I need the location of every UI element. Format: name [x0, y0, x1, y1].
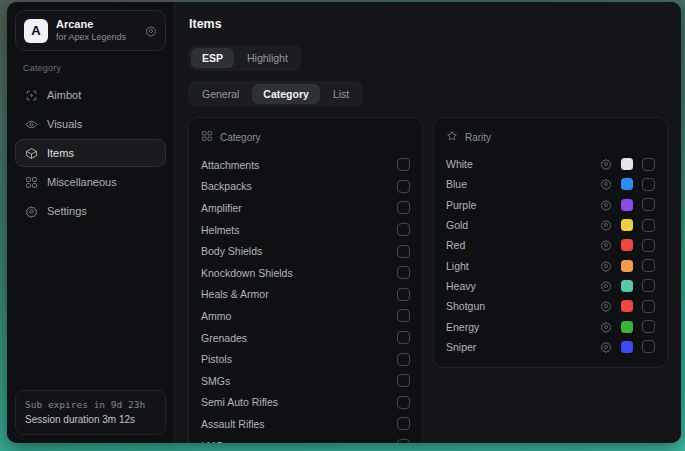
sidebar-item-aimbot[interactable]: Aimbot	[15, 81, 166, 109]
sidebar: A Arcane for Apex Legends Category Aimbo…	[7, 2, 175, 443]
tab-category[interactable]: Category	[252, 84, 320, 104]
category-row-label: Body Shields	[201, 245, 397, 257]
rarity-panel: Rarity WhiteBluePurpleGoldRedLightHeavyS…	[433, 117, 668, 368]
category-grid-icon	[201, 130, 213, 144]
category-row-label: Grenades	[201, 332, 397, 344]
rarity-checkbox[interactable]	[642, 239, 655, 252]
rarity-checkbox[interactable]	[642, 178, 655, 191]
category-checkbox[interactable]	[397, 331, 410, 344]
rarity-gear-icon[interactable]	[600, 219, 612, 231]
category-checkbox[interactable]	[397, 201, 410, 214]
tab-general[interactable]: General	[191, 84, 250, 104]
rarity-checkbox[interactable]	[642, 198, 655, 211]
gear-icon	[24, 204, 38, 218]
category-checkbox[interactable]	[397, 266, 410, 279]
category-checkbox[interactable]	[397, 374, 410, 387]
category-checkbox[interactable]	[397, 223, 410, 236]
app-window: A Arcane for Apex Legends Category Aimbo…	[7, 2, 681, 443]
sidebar-item-items[interactable]: Items	[15, 139, 166, 167]
rarity-row-label: Energy	[446, 321, 600, 333]
rarity-list: WhiteBluePurpleGoldRedLightHeavyShotgunE…	[446, 154, 655, 357]
rarity-checkbox[interactable]	[642, 219, 655, 232]
rarity-color-swatch[interactable]	[621, 219, 633, 231]
rarity-color-swatch[interactable]	[621, 280, 633, 292]
category-checkbox[interactable]	[397, 439, 410, 443]
category-checkbox[interactable]	[397, 180, 410, 193]
category-row: SMGs	[201, 370, 410, 392]
category-row: Attachments	[201, 154, 410, 176]
rarity-gear-icon[interactable]	[600, 341, 612, 353]
rarity-checkbox[interactable]	[642, 158, 655, 171]
rarity-gear-icon[interactable]	[600, 178, 612, 190]
category-row: Semi Auto Rifles	[201, 392, 410, 414]
rarity-gear-icon[interactable]	[600, 300, 612, 312]
category-checkbox[interactable]	[397, 158, 410, 171]
tab-highlight[interactable]: Highlight	[236, 48, 299, 68]
category-row: Amplifier	[201, 197, 410, 219]
rarity-color-swatch[interactable]	[621, 300, 633, 312]
category-row-label: Assault Rifles	[201, 418, 397, 430]
category-panel-header: Category	[201, 130, 410, 144]
sidebar-item-label: Settings	[47, 205, 87, 217]
rarity-gear-icon[interactable]	[600, 321, 612, 333]
brand-settings-icon[interactable]	[145, 25, 157, 37]
category-row-label: Semi Auto Rifles	[201, 396, 397, 408]
rarity-row-label: White	[446, 158, 600, 170]
rarity-color-swatch[interactable]	[621, 178, 633, 190]
sidebar-item-miscellaneous[interactable]: Miscellaneous	[15, 168, 166, 196]
rarity-row: Light	[446, 255, 655, 275]
category-row: Helmets	[201, 219, 410, 241]
rarity-row-label: Sniper	[446, 341, 600, 353]
app-logo: A	[24, 19, 48, 43]
star-icon	[446, 130, 458, 144]
category-row-label: Attachments	[201, 159, 397, 171]
category-row: Assault Rifles	[201, 413, 410, 435]
rarity-color-swatch[interactable]	[621, 341, 633, 353]
rarity-checkbox[interactable]	[642, 259, 655, 272]
category-list: AttachmentsBackpacksAmplifierHelmetsBody…	[201, 154, 410, 443]
main-content: Items ESPHighlight GeneralCategoryList C…	[175, 2, 681, 443]
rarity-gear-icon[interactable]	[600, 280, 612, 292]
category-checkbox[interactable]	[397, 288, 410, 301]
rarity-gear-icon[interactable]	[600, 158, 612, 170]
sidebar-item-label: Visuals	[47, 118, 82, 130]
rarity-color-swatch[interactable]	[621, 199, 633, 211]
rarity-checkbox[interactable]	[642, 279, 655, 292]
category-checkbox[interactable]	[397, 245, 410, 258]
mode-tabs: ESPHighlight	[188, 45, 302, 71]
rarity-row: Red	[446, 235, 655, 255]
rarity-color-swatch[interactable]	[621, 158, 633, 170]
rarity-row-label: Light	[446, 260, 600, 272]
rarity-color-swatch[interactable]	[621, 321, 633, 333]
category-row: Heals & Armor	[201, 284, 410, 306]
rarity-color-swatch[interactable]	[621, 239, 633, 251]
category-checkbox[interactable]	[397, 353, 410, 366]
sidebar-item-settings[interactable]: Settings	[15, 197, 166, 225]
category-row-label: Knockdown Shields	[201, 267, 397, 279]
category-checkbox[interactable]	[397, 417, 410, 430]
category-checkbox[interactable]	[397, 309, 410, 322]
category-row-label: Pistols	[201, 353, 397, 365]
sidebar-item-label: Items	[47, 147, 74, 159]
rarity-checkbox[interactable]	[642, 300, 655, 313]
rarity-row-label: Purple	[446, 199, 600, 211]
category-panel: Category AttachmentsBackpacksAmplifierHe…	[188, 117, 423, 443]
rarity-gear-icon[interactable]	[600, 239, 612, 251]
rarity-row: White	[446, 154, 655, 174]
view-tabs: GeneralCategoryList	[188, 81, 363, 107]
rarity-gear-icon[interactable]	[600, 260, 612, 272]
rarity-color-swatch[interactable]	[621, 260, 633, 272]
rarity-checkbox[interactable]	[642, 320, 655, 333]
rarity-row-label: Heavy	[446, 280, 600, 292]
rarity-panel-title: Rarity	[465, 132, 491, 143]
rarity-row-label: Gold	[446, 219, 600, 231]
tab-esp[interactable]: ESP	[191, 48, 234, 68]
category-row: Pistols	[201, 348, 410, 370]
tab-list[interactable]: List	[322, 84, 360, 104]
rarity-gear-icon[interactable]	[600, 199, 612, 211]
category-checkbox[interactable]	[397, 396, 410, 409]
category-panel-title: Category	[220, 132, 261, 143]
category-row: Body Shields	[201, 240, 410, 262]
rarity-checkbox[interactable]	[642, 340, 655, 353]
sidebar-item-visuals[interactable]: Visuals	[15, 110, 166, 138]
